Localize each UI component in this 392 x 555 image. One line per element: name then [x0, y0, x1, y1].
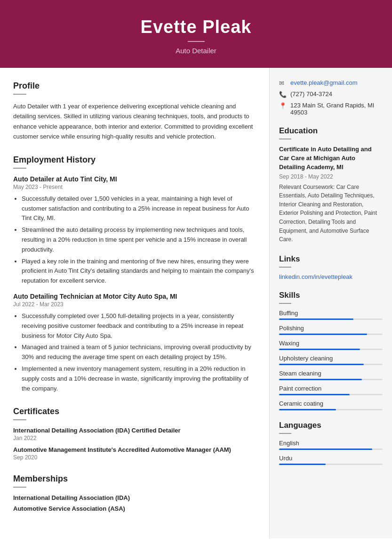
skill-name: Waxing: [279, 340, 383, 347]
skills-divider: [279, 303, 291, 304]
language-bar: [279, 464, 326, 465]
skill-bar-bg: [279, 379, 383, 380]
education-section: Education Certificate in Auto Detailing …: [279, 126, 383, 244]
language-name: Urdu: [279, 455, 383, 462]
skill-name: Paint correction: [279, 385, 383, 392]
edu-coursework: Relevant Coursework: Car Care Essentials…: [279, 183, 383, 244]
right-column: ✉ evette.pleak@gmail.com 📞 (727) 704-372…: [270, 68, 392, 539]
memberships-divider: [13, 487, 26, 488]
language-bar: [279, 449, 372, 450]
language-bar-bg: [279, 449, 383, 450]
email-icon: ✉: [279, 80, 287, 87]
education-title: Education: [279, 126, 383, 136]
skill-bar-bg: [279, 334, 383, 335]
skill-item: Polishing: [279, 325, 383, 335]
skills-title: Skills: [279, 291, 383, 300]
contact-phone: 📞 (727) 704-3724: [279, 90, 383, 98]
skill-item: Ceramic coating: [279, 400, 383, 410]
skills-list: Buffing Polishing Waxing Upholstery clea…: [279, 310, 383, 410]
job-bullets-2: Successfully completed over 1,500 full-d…: [13, 311, 254, 393]
header-divider: [188, 41, 205, 42]
skill-item: Paint correction: [279, 385, 383, 395]
header: Evette Pleak Auto Detailer: [0, 0, 392, 68]
language-item: English: [279, 440, 383, 450]
certificates-section: Certificates International Detailing Ass…: [13, 407, 254, 461]
address-text: 123 Main St, Grand Rapids, MI 49503: [290, 102, 383, 116]
skill-bar-bg: [279, 349, 383, 350]
skill-item: Buffing: [279, 310, 383, 320]
skill-name: Steam cleaning: [279, 370, 383, 377]
skill-item: Steam cleaning: [279, 370, 383, 380]
edu-degree: Certificate in Auto Detailing and Car Ca…: [279, 145, 383, 172]
skill-bar: [279, 409, 336, 410]
skill-name: Upholstery cleaning: [279, 355, 383, 362]
languages-list: English Urdu: [279, 440, 383, 465]
skill-bar: [279, 364, 364, 365]
contact-email: ✉ evette.pleak@gmail.com: [279, 79, 383, 87]
profile-divider: [13, 94, 26, 95]
employment-section: Employment History Auto Detailer at Auto…: [13, 155, 254, 394]
list-item: Managed and trained a team of 5 junior t…: [22, 343, 254, 362]
list-item: Successfully detailed over 1,500 vehicle…: [22, 194, 254, 223]
profile-text: Auto Detailer with 1 year of experience …: [13, 101, 254, 142]
list-item: Streamlined the auto detailing process b…: [22, 225, 254, 254]
skill-bar: [279, 379, 362, 380]
linkedin-link[interactable]: linkedin.com/in/evettepleak: [279, 273, 352, 280]
links-section: Links linkedin.com/in/evettepleak: [279, 254, 383, 280]
cert-name-2: Automotive Management Institute's Accred…: [13, 446, 254, 453]
languages-divider: [279, 433, 291, 434]
contact-address: 📍 123 Main St, Grand Rapids, MI 49503: [279, 102, 383, 116]
skill-bar: [279, 349, 360, 350]
skill-name: Ceramic coating: [279, 400, 383, 407]
membership-1: International Detailing Association (IDA…: [13, 494, 254, 501]
skill-item: Upholstery cleaning: [279, 355, 383, 365]
memberships-title: Memberships: [13, 474, 254, 484]
resume-wrapper: Evette Pleak Auto Detailer Profile Auto …: [0, 0, 392, 555]
phone-text: (727) 704-3724: [290, 90, 332, 98]
languages-title: Languages: [279, 421, 383, 430]
skill-bar: [279, 318, 353, 320]
skill-bar: [279, 334, 367, 335]
list-item: Implemented a new inventory management s…: [22, 364, 254, 393]
language-item: Urdu: [279, 455, 383, 465]
skill-name: Buffing: [279, 310, 383, 317]
candidate-name: Evette Pleak: [9, 17, 383, 37]
job-title-1: Auto Detailer at Auto Tint City, MI: [13, 175, 254, 183]
list-item: Successfully completed over 1,500 full-d…: [22, 311, 254, 341]
job-title-2: Auto Detailing Technician at Motor City …: [13, 293, 254, 300]
links-title: Links: [279, 254, 383, 264]
cert-name-1: International Detailing Association (IDA…: [13, 427, 254, 434]
list-item: Played a key role in the training and me…: [22, 257, 254, 286]
skills-section: Skills Buffing Polishing Waxing Upholste…: [279, 291, 383, 410]
profile-title: Profile: [13, 81, 254, 91]
candidate-title: Auto Detailer: [9, 47, 383, 55]
left-column: Profile Auto Detailer with 1 year of exp…: [0, 68, 270, 539]
phone-icon: 📞: [279, 91, 287, 98]
skill-name: Polishing: [279, 325, 383, 332]
memberships-section: Memberships International Detailing Asso…: [13, 474, 254, 512]
language-name: English: [279, 440, 383, 447]
job-dates-1: May 2023 - Present: [13, 184, 254, 190]
skill-bar-bg: [279, 318, 383, 320]
certificates-title: Certificates: [13, 407, 254, 416]
edu-dates: Sep 2018 - May 2022: [279, 173, 383, 180]
profile-section: Profile Auto Detailer with 1 year of exp…: [13, 81, 254, 142]
job-bullets-1: Successfully detailed over 1,500 vehicle…: [13, 194, 254, 286]
cert-date-2: Sep 2020: [13, 454, 254, 461]
links-divider: [279, 267, 291, 268]
skill-bar-bg: [279, 409, 383, 410]
membership-2: Automotive Service Association (ASA): [13, 505, 254, 512]
cert-date-1: Jan 2022: [13, 435, 254, 441]
skill-bar-bg: [279, 394, 383, 395]
languages-section: Languages English Urdu: [279, 421, 383, 465]
job-dates-2: Jul 2022 - Mar 2023: [13, 301, 254, 308]
skill-item: Waxing: [279, 340, 383, 350]
email-link[interactable]: evette.pleak@gmail.com: [290, 79, 358, 86]
employment-divider: [13, 168, 26, 169]
skill-bar: [279, 394, 350, 395]
body-row: Profile Auto Detailer with 1 year of exp…: [0, 68, 392, 539]
contact-section: ✉ evette.pleak@gmail.com 📞 (727) 704-372…: [279, 79, 383, 116]
location-icon: 📍: [279, 102, 287, 109]
language-bar-bg: [279, 464, 383, 465]
certificates-divider: [13, 419, 26, 420]
